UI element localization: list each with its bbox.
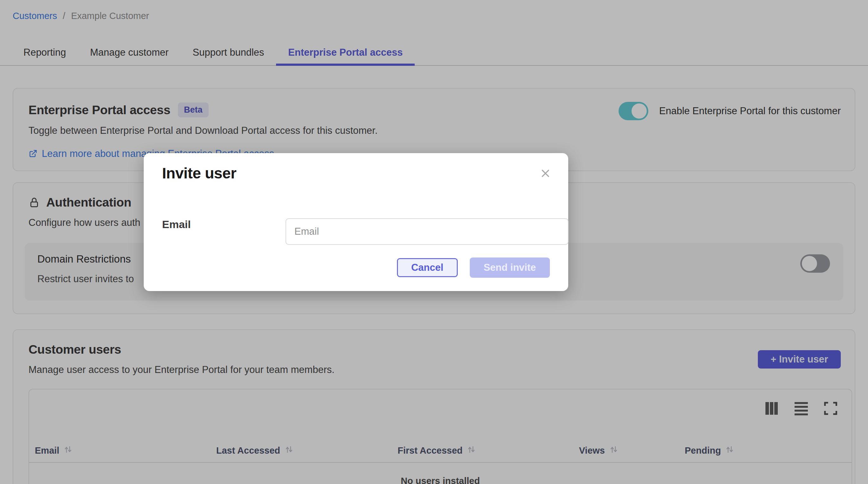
cancel-button[interactable]: Cancel [397, 258, 458, 277]
close-icon[interactable] [539, 167, 552, 180]
invite-user-modal: Invite user Email Cancel Send invite [144, 153, 568, 291]
enterprise-portal-page: Customers / Example Customer Reporting M… [0, 0, 868, 484]
modal-title: Invite user [162, 164, 237, 182]
email-field-label: Email [162, 218, 191, 231]
email-input[interactable] [285, 218, 568, 245]
send-invite-button[interactable]: Send invite [470, 258, 550, 278]
modal-actions: Cancel Send invite [397, 258, 550, 278]
email-form-row: Email [162, 218, 550, 231]
